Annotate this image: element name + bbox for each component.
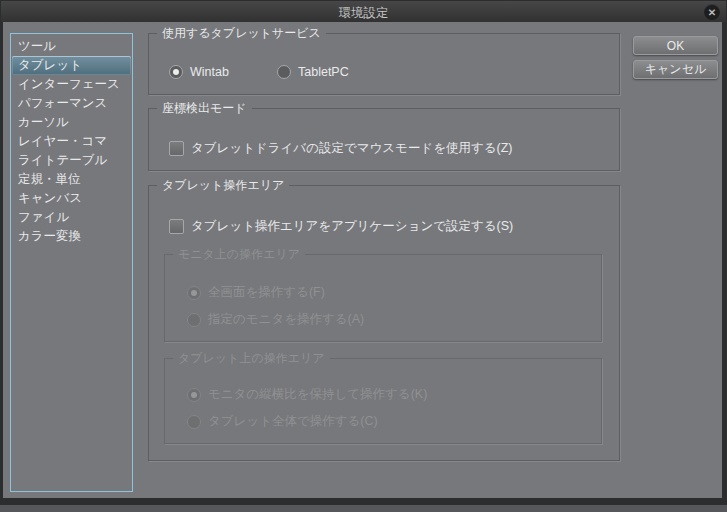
checkbox-app-area-label: タブレット操作エリアをアプリケーションで設定する(S): [191, 218, 513, 235]
checkbox-mouse-mode-label: タブレットドライバの設定でマウスモードを使用する(Z): [191, 140, 513, 157]
group-tablet-service: 使用するタブレットサービス Wintab TabletPC: [148, 33, 620, 95]
sidebar-item-tablet[interactable]: タブレット: [12, 56, 131, 75]
radio-row-full-screen: 全画面を操作する(F): [187, 284, 325, 301]
radio-row-tabletpc: TabletPC: [277, 65, 349, 79]
titlebar: 環境設定 ✕: [1, 1, 726, 22]
radio-wintab-label: Wintab: [190, 65, 229, 79]
sidebar-item-color-conversion[interactable]: カラー変換: [11, 227, 132, 246]
group-monitor-area-legend: モニタ上の操作エリア: [173, 247, 305, 262]
dialog-content: ツール タブレット インターフェース パフォーマンス カーソル レイヤー・コマ …: [3, 22, 722, 498]
radio-wintab[interactable]: [169, 65, 183, 79]
sidebar-item-light-table[interactable]: ライトテーブル: [11, 151, 132, 170]
sidebar-item-interface[interactable]: インターフェース: [11, 75, 132, 94]
group-tablet-area: タブレット操作エリア タブレット操作エリアをアプリケーションで設定する(S) モ…: [148, 185, 620, 461]
dialog-title: 環境設定: [1, 5, 726, 22]
radio-row-specified-monitor: 指定のモニタを操作する(A): [187, 311, 364, 328]
sidebar-item-layer-frame[interactable]: レイヤー・コマ: [11, 132, 132, 151]
radio-keep-aspect: [187, 388, 201, 402]
radio-whole-tablet: [187, 415, 201, 429]
radio-tabletpc[interactable]: [277, 65, 291, 79]
preferences-dialog: 環境設定 ✕ ツール タブレット インターフェース パフォーマンス カーソル レ…: [0, 0, 727, 505]
radio-specified-monitor-label: 指定のモニタを操作する(A): [208, 311, 364, 328]
category-list: ツール タブレット インターフェース パフォーマンス カーソル レイヤー・コマ …: [10, 33, 133, 492]
checkbox-mouse-mode[interactable]: [169, 141, 184, 156]
sidebar-item-cursor[interactable]: カーソル: [11, 113, 132, 132]
group-tablet-service-legend: 使用するタブレットサービス: [157, 26, 326, 41]
ok-button[interactable]: OK: [633, 36, 718, 55]
close-button[interactable]: ✕: [704, 4, 720, 20]
checkbox-row-app-area: タブレット操作エリアをアプリケーションで設定する(S): [169, 218, 513, 235]
group-coordinate-mode-legend: 座標検出モード: [157, 101, 252, 116]
group-tablet-surface-area: タブレット上の操作エリア モニタの縦横比を保持して操作する(K) タブレット全体…: [164, 358, 602, 444]
checkbox-app-area[interactable]: [169, 219, 184, 234]
sidebar-item-canvas[interactable]: キャンバス: [11, 189, 132, 208]
checkbox-row-mouse-mode: タブレットドライバの設定でマウスモードを使用する(Z): [169, 140, 513, 157]
group-tablet-area-legend: タブレット操作エリア: [157, 178, 289, 193]
radio-full-screen: [187, 286, 201, 300]
radio-row-wintab: Wintab: [169, 65, 229, 79]
sidebar-item-file[interactable]: ファイル: [11, 208, 132, 227]
sidebar-item-tool[interactable]: ツール: [11, 37, 132, 56]
radio-tabletpc-label: TabletPC: [298, 65, 349, 79]
group-tablet-surface-area-legend: タブレット上の操作エリア: [173, 351, 330, 366]
radio-whole-tablet-label: タブレット全体で操作する(C): [208, 413, 378, 430]
sidebar-item-performance[interactable]: パフォーマンス: [11, 94, 132, 113]
group-monitor-area: モニタ上の操作エリア 全画面を操作する(F) 指定のモニタを操作する(A): [164, 254, 602, 342]
radio-specified-monitor: [187, 313, 201, 327]
radio-row-whole-tablet: タブレット全体で操作する(C): [187, 413, 378, 430]
radio-full-screen-label: 全画面を操作する(F): [208, 284, 325, 301]
close-icon: ✕: [708, 7, 716, 18]
radio-keep-aspect-label: モニタの縦横比を保持して操作する(K): [208, 386, 427, 403]
cancel-button[interactable]: キャンセル: [633, 60, 718, 79]
sidebar-item-ruler-unit[interactable]: 定規・単位: [11, 170, 132, 189]
radio-row-keep-aspect: モニタの縦横比を保持して操作する(K): [187, 386, 427, 403]
group-coordinate-mode: 座標検出モード タブレットドライバの設定でマウスモードを使用する(Z): [148, 108, 620, 171]
